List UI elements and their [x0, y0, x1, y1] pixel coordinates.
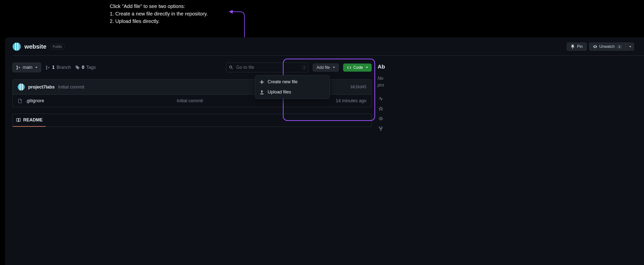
add-file-button[interactable]: Add file	[313, 64, 338, 71]
create-new-file-item[interactable]: Create new file	[255, 77, 330, 87]
watch-button-group: Unwatch 1	[589, 43, 634, 51]
file-icon	[18, 99, 22, 103]
file-search-wrap: t	[226, 63, 308, 72]
branch-count-label: Branch	[56, 65, 71, 70]
add-file-label: Add file	[316, 65, 330, 70]
file-time: 14 minutes ago	[336, 98, 366, 103]
file-name-cell[interactable]: .gitignore	[18, 98, 172, 103]
sidebar-meta-icons	[378, 96, 402, 131]
commit-message[interactable]: Initial commit	[58, 84, 84, 90]
pin-label: Pin	[577, 44, 583, 49]
book-icon	[16, 118, 21, 122]
about-heading: Ab	[378, 64, 402, 70]
main-row: main 1 Branch 0 Tags	[12, 63, 644, 131]
add-file-dropdown: Create new file Upload files	[255, 75, 330, 99]
visibility-badge: Public	[50, 44, 65, 49]
main-column: main 1 Branch 0 Tags	[12, 63, 372, 127]
author-avatar[interactable]	[18, 83, 25, 90]
upload-files-item[interactable]: Upload files	[255, 87, 330, 97]
pin-icon	[570, 44, 575, 49]
repo-header-left: website Public	[12, 42, 65, 51]
about-sidebar: Ab No pro	[378, 63, 402, 131]
annotation-line: Click "Add file" to see two options:	[110, 2, 208, 10]
repo-name[interactable]: website	[24, 43, 46, 50]
caret-down-icon	[36, 67, 38, 68]
unwatch-label: Unwatch	[599, 44, 615, 49]
annotation-line: 1. Create a new file directly in the rep…	[110, 10, 208, 17]
fork-icon[interactable]	[378, 126, 383, 131]
branch-name: main	[23, 65, 32, 70]
tag-count-label: Tags	[86, 65, 96, 70]
go-to-file-input[interactable]	[226, 63, 308, 72]
tag-count: 0	[82, 65, 84, 70]
readme-tab[interactable]: README	[13, 114, 46, 127]
code-label: Code	[354, 65, 363, 70]
create-new-file-label: Create new file	[268, 79, 298, 84]
about-description: No pro	[378, 75, 402, 88]
tag-icon	[75, 65, 80, 70]
star-icon[interactable]	[378, 106, 383, 111]
repo-header-right: Pin Unwatch 1	[567, 43, 634, 51]
readme-box: README	[12, 114, 372, 127]
unwatch-button[interactable]: Unwatch 1	[589, 43, 626, 51]
code-button[interactable]: Code	[343, 64, 372, 71]
repo-avatar[interactable]	[12, 42, 21, 51]
eye-icon[interactable]	[378, 116, 383, 121]
search-icon	[229, 65, 234, 70]
branch-count: 1	[52, 65, 54, 70]
branches-link[interactable]: 1 Branch	[46, 65, 71, 70]
caret-down-icon	[366, 67, 368, 68]
branch-select-button[interactable]: main	[12, 63, 41, 72]
watch-dropdown-button[interactable]	[626, 43, 634, 51]
code-icon	[347, 65, 352, 70]
annotation-line: 2. Upload files directly.	[110, 17, 208, 25]
eye-icon	[593, 44, 597, 49]
activity-icon[interactable]	[378, 96, 383, 101]
watch-count: 1	[617, 45, 622, 49]
upload-icon	[260, 90, 264, 94]
annotation-text: Click "Add file" to see two options: 1. …	[110, 2, 208, 25]
commit-author[interactable]: project7labs	[28, 84, 54, 90]
branch-icon	[46, 65, 50, 70]
caret-down-icon	[629, 46, 631, 47]
plus-icon	[260, 80, 264, 84]
repo-header: website Public Pin Unwatch 1	[12, 42, 644, 56]
file-toolbar: main 1 Branch 0 Tags	[12, 63, 372, 72]
readme-label: README	[23, 117, 43, 123]
file-name-text: .gitignore	[26, 98, 44, 103]
pin-button[interactable]: Pin	[567, 43, 586, 51]
caret-down-icon	[333, 67, 335, 68]
branch-icon	[16, 65, 21, 70]
app-window: website Public Pin Unwatch 1	[5, 37, 644, 265]
tags-link[interactable]: 0 Tags	[75, 65, 96, 70]
search-kbd-hint: t	[302, 65, 306, 70]
commit-sha[interactable]: b616d45	[351, 85, 366, 89]
upload-files-label: Upload files	[268, 89, 291, 95]
file-commit-message[interactable]: Initial commit	[176, 98, 330, 103]
